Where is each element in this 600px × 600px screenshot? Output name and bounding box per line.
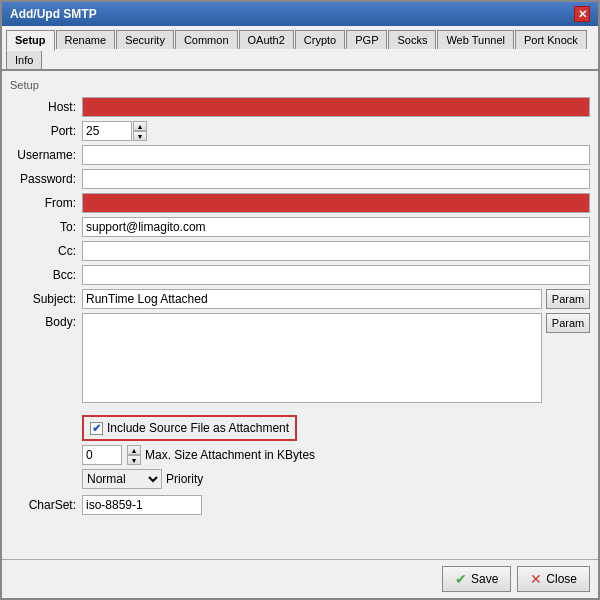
include-attachment-label: Include Source File as Attachment [107,421,289,435]
close-icon: ✕ [530,571,542,587]
username-input[interactable] [82,145,590,165]
port-up-arrow[interactable]: ▲ [133,121,147,131]
size-up-arrow[interactable]: ▲ [127,445,141,455]
cc-label: Cc: [10,244,82,258]
host-row: Host: [10,97,590,117]
port-row: Port: ▲ ▼ [10,121,590,141]
host-label: Host: [10,100,82,114]
tab-web-tunnel[interactable]: Web Tunnel [437,30,514,49]
title-bar: Add/Upd SMTP ✕ [2,2,598,26]
tab-info[interactable]: Info [6,50,42,69]
subject-param-button[interactable]: Param [546,289,590,309]
to-row: To: [10,217,590,237]
from-row: From: [10,193,590,213]
subject-input[interactable] [82,289,542,309]
size-spinner-arrows: ▲ ▼ [127,445,141,465]
save-label: Save [471,572,498,586]
bcc-label: Bcc: [10,268,82,282]
charset-row: CharSet: [10,495,590,515]
password-input[interactable] [82,169,590,189]
include-attachment-checkbox[interactable]: ✔ [90,422,103,435]
host-input[interactable] [82,97,590,117]
username-label: Username: [10,148,82,162]
body-label: Body: [10,313,82,329]
to-input[interactable] [82,217,590,237]
content-area: Setup Host: Port: ▲ ▼ Username: Password… [2,71,598,559]
password-row: Password: [10,169,590,189]
save-button[interactable]: ✔ Save [442,566,511,592]
close-label: Close [546,572,577,586]
subject-row: Subject: Param [10,289,590,309]
main-window: Add/Upd SMTP ✕ Setup Rename Security Com… [0,0,600,600]
password-label: Password: [10,172,82,186]
bcc-row: Bcc: [10,265,590,285]
subject-group: Param [82,289,590,309]
size-input[interactable] [82,445,122,465]
subject-label: Subject: [10,292,82,306]
cc-row: Cc: [10,241,590,261]
close-button[interactable]: ✕ Close [517,566,590,592]
tab-setup[interactable]: Setup [6,30,55,51]
from-label: From: [10,196,82,210]
footer: ✔ Save ✕ Close [2,559,598,598]
save-icon: ✔ [455,571,467,587]
tab-security[interactable]: Security [116,30,174,49]
port-spinner: ▲ ▼ [82,121,147,141]
body-textarea[interactable] [82,313,542,403]
window-close-button[interactable]: ✕ [574,6,590,22]
section-setup-label: Setup [10,79,590,91]
priority-label: Priority [166,472,203,486]
port-input[interactable] [82,121,132,141]
size-down-arrow[interactable]: ▼ [127,455,141,465]
port-down-arrow[interactable]: ▼ [133,131,147,141]
tab-bar: Setup Rename Security Common OAuth2 Cryp… [2,26,598,71]
tab-oauth2[interactable]: OAuth2 [239,30,294,49]
tab-crypto[interactable]: Crypto [295,30,345,49]
checkbox-check-icon: ✔ [92,422,101,435]
username-row: Username: [10,145,590,165]
priority-select[interactable]: Normal High Low [82,469,162,489]
body-row: Body: Param [10,313,590,403]
size-unit-label: Max. Size Attachment in KBytes [145,448,315,462]
window-title: Add/Upd SMTP [10,7,97,21]
charset-label: CharSet: [10,498,82,512]
port-label: Port: [10,124,82,138]
body-right: Param [82,313,590,403]
priority-row: Normal High Low Priority [82,469,590,489]
tab-port-knock[interactable]: Port Knock [515,30,587,49]
size-row: ▲ ▼ Max. Size Attachment in KBytes [82,445,590,465]
tab-common[interactable]: Common [175,30,238,49]
bcc-input[interactable] [82,265,590,285]
tab-rename[interactable]: Rename [56,30,116,49]
cc-input[interactable] [82,241,590,261]
port-spinner-arrows: ▲ ▼ [133,121,147,141]
body-param-button[interactable]: Param [546,313,590,333]
include-attachment-section: ✔ Include Source File as Attachment [82,415,297,441]
body-group: Param [82,313,590,403]
tab-socks[interactable]: Socks [388,30,436,49]
tab-pgp[interactable]: PGP [346,30,387,49]
to-label: To: [10,220,82,234]
from-input[interactable] [82,193,590,213]
charset-input[interactable] [82,495,202,515]
